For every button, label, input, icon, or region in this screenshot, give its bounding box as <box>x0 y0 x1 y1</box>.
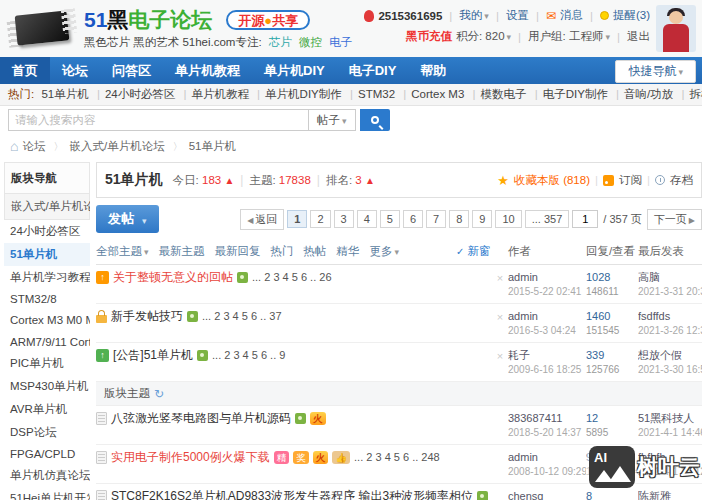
sidebar-item-fpga[interactable]: FPGA/CPLD <box>4 444 90 464</box>
sidebar-item-msp430[interactable]: MSP430单片机 <box>4 375 90 398</box>
thread-title[interactable]: 八弦激光竖琴电路图与单片机源码 <box>111 411 291 426</box>
thread-pages[interactable]: ... 2 3 4 5 6 .. 9 <box>212 348 285 363</box>
hot-link[interactable]: 电子DIY制作 <box>530 88 608 100</box>
tagline-link-elec[interactable]: 电子 <box>329 36 352 48</box>
sidebar-item-avr[interactable]: AVR单片机 <box>4 398 90 421</box>
hot-link[interactable]: 模数电子 <box>468 88 527 100</box>
subscribe-link[interactable]: 订阅 <box>619 173 642 188</box>
close-icon[interactable]: × <box>492 272 508 284</box>
last-poster[interactable]: fsdffds <box>638 310 670 322</box>
author-name[interactable]: admin <box>508 310 538 322</box>
sidebar-item-arm[interactable]: ARM7/9/11 Cortex- <box>4 332 90 352</box>
back-button[interactable]: 返回 <box>240 209 284 230</box>
credits-menu[interactable]: 积分: 820 <box>456 29 511 44</box>
last-date[interactable]: 2021-3-30 16:57 <box>638 364 702 375</box>
settings-link[interactable]: 设置 <box>506 8 529 23</box>
author-name[interactable]: admin <box>508 451 538 463</box>
thread-title[interactable]: 新手发帖技巧 <box>111 309 183 324</box>
hot-link[interactable]: STM32 <box>345 88 395 100</box>
filter-all-topics[interactable]: 全部主题 <box>96 244 149 259</box>
favorite-link[interactable]: 收藏本版 (818) <box>514 173 590 188</box>
reply-count[interactable]: 1028 <box>586 271 610 283</box>
last-date[interactable]: 2021-3-31 20:35 <box>638 286 702 297</box>
search-type-select[interactable]: 帖子 <box>308 109 356 131</box>
author-name[interactable]: chensq <box>508 490 543 500</box>
filter-hot[interactable]: 热门 <box>271 244 294 259</box>
search-button[interactable] <box>360 109 390 131</box>
last-poster[interactable]: 高脑 <box>638 271 660 283</box>
alerts-link[interactable]: 提醒(3) <box>613 8 650 23</box>
thread-title[interactable]: [公告]51单片机 <box>113 348 193 363</box>
nav-tab-elec-diy[interactable]: 电子DIY <box>337 57 409 84</box>
page-number[interactable]: 6 <box>403 210 423 228</box>
sidebar-item-devboard[interactable]: 51Hei单片机开发板 <box>4 487 90 500</box>
nav-tab-home[interactable]: 首页 <box>0 57 50 84</box>
qq-number[interactable]: 2515361695 <box>378 10 442 22</box>
nav-tab-tutorial[interactable]: 单片机教程 <box>163 57 252 84</box>
tagline-link-mcu[interactable]: 微控 <box>299 36 322 48</box>
sidebar-item-pic[interactable]: PIC单片机 <box>4 352 90 375</box>
page-number[interactable]: 9 <box>472 210 492 228</box>
tagline-link-chip[interactable]: 芯片 <box>269 36 292 48</box>
search-input[interactable] <box>8 109 308 131</box>
hot-link[interactable]: 单片机教程 <box>178 88 249 100</box>
filter-digest[interactable]: 精华 <box>337 244 360 259</box>
quick-nav-button[interactable]: 快捷导航 <box>615 60 696 83</box>
messages-link[interactable]: 消息 <box>560 8 583 23</box>
recharge-link[interactable]: 黑币充值 <box>406 29 452 44</box>
author-name[interactable]: 383687411 <box>508 412 562 424</box>
hot-link[interactable]: 24小时必答区 <box>92 88 175 100</box>
nav-tab-qa[interactable]: 问答区 <box>100 57 163 84</box>
site-title[interactable]: 51 黑 电子论坛 开源●共享 <box>84 8 352 32</box>
thread-pages[interactable]: ... 2 3 4 5 6 .. 248 <box>354 450 440 465</box>
sidebar-section-embedded[interactable]: 嵌入式/单片机论坛 <box>4 194 90 220</box>
home-icon[interactable]: ⌂ <box>10 134 18 158</box>
new-window-toggle[interactable]: ✓ 新窗 <box>456 244 508 259</box>
reply-count[interactable]: 12 <box>586 412 598 424</box>
nav-tab-forum[interactable]: 论坛 <box>50 57 100 84</box>
thread-title[interactable]: 实用电子制作5000例火爆下载 <box>111 450 270 465</box>
breadcrumb-forum[interactable]: 论坛 <box>22 134 45 158</box>
usergroup-menu[interactable]: 用户组: 工程师 <box>528 29 610 44</box>
logout-link[interactable]: 退出 <box>627 29 650 44</box>
page-number[interactable]: 2 <box>310 210 330 228</box>
new-post-button[interactable]: 发帖 <box>96 205 159 233</box>
hot-link[interactable]: Cortex M3 <box>398 88 464 100</box>
sidebar-item-dsp[interactable]: DSP论坛 <box>4 421 90 444</box>
page-number[interactable]: 10 <box>495 210 521 228</box>
page-number[interactable]: 7 <box>426 210 446 228</box>
page-number[interactable]: 8 <box>449 210 469 228</box>
sidebar-item-51mcu[interactable]: 51单片机 <box>4 243 90 266</box>
hot-link[interactable]: 拆机乐园 <box>677 88 702 100</box>
reply-count[interactable]: 339 <box>586 349 604 361</box>
breadcrumb-category[interactable]: 嵌入式/单片机论坛 <box>47 134 164 159</box>
reply-count[interactable]: 1460 <box>586 310 610 322</box>
page-jump-input[interactable] <box>572 210 598 228</box>
page-ellipsis[interactable]: ... 357 <box>525 210 570 228</box>
filter-hot-posts[interactable]: 热帖 <box>304 244 327 259</box>
nav-tab-help[interactable]: 帮助 <box>408 57 458 84</box>
hot-link[interactable]: 51单片机 <box>41 88 88 100</box>
close-icon[interactable]: × <box>492 350 508 362</box>
filter-new-replies[interactable]: 最新回复 <box>215 244 261 259</box>
sidebar-item-stm32[interactable]: STM32/8 <box>4 289 90 309</box>
close-icon[interactable]: × <box>492 311 508 323</box>
author-name[interactable]: admin <box>508 271 538 283</box>
my-menu[interactable]: 我的 <box>459 8 489 23</box>
reply-count[interactable]: 8 <box>586 490 592 500</box>
thread-title[interactable]: STC8F2K16S2单片机AD9833波形发生器程序 输出3种波形频率相位 <box>111 489 473 500</box>
sidebar-item-24h[interactable]: 24小时必答区 <box>4 220 90 243</box>
last-poster[interactable]: 陈新雅 <box>638 490 671 500</box>
last-date[interactable]: 2021-3-26 12:34 <box>638 325 702 336</box>
filter-more[interactable]: 更多 <box>370 244 400 259</box>
refresh-icon[interactable]: ↻ <box>154 387 164 401</box>
hot-link[interactable]: 音响/功放 <box>611 88 673 100</box>
breadcrumb-current[interactable]: 51单片机 <box>167 134 236 159</box>
last-poster[interactable]: 想放个假 <box>638 349 682 361</box>
thread-pages[interactable]: ... 2 3 4 5 6 .. 37 <box>202 309 282 324</box>
last-date[interactable]: 2021-4-1 14:46 <box>638 427 702 438</box>
nav-tab-mcu-diy[interactable]: 单片机DIY <box>252 57 337 84</box>
page-number[interactable]: 5 <box>380 210 400 228</box>
hot-link[interactable]: 单片机DIY制作 <box>252 88 342 100</box>
sidebar-item-tutorial[interactable]: 单片机学习教程(初 <box>4 266 90 289</box>
